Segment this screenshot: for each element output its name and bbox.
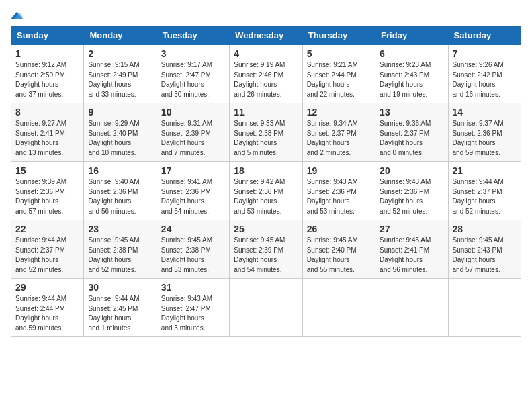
day-info: Sunrise: 9:43 AMSunset: 2:36 PMDaylight … (380, 178, 431, 215)
day-info: Sunrise: 9:45 AMSunset: 2:40 PMDaylight … (307, 236, 358, 273)
day-number: 25 (234, 224, 298, 234)
day-info: Sunrise: 9:45 AMSunset: 2:39 PMDaylight … (234, 236, 285, 273)
day-number: 17 (161, 165, 225, 176)
calendar-cell: 27Sunrise: 9:45 AMSunset: 2:41 PMDayligh… (375, 220, 448, 279)
calendar-cell: 5Sunrise: 9:21 AMSunset: 2:44 PMDaylight… (302, 45, 375, 103)
day-info: Sunrise: 9:45 AMSunset: 2:38 PMDaylight … (88, 236, 139, 273)
page-header (11, 11, 521, 20)
day-info: Sunrise: 9:27 AMSunset: 2:41 PMDaylight … (15, 120, 66, 156)
day-info: Sunrise: 9:40 AMSunset: 2:36 PMDaylight … (88, 178, 139, 215)
calendar-cell (230, 279, 302, 337)
day-number: 1 (15, 48, 79, 59)
logo-icon (11, 11, 23, 20)
day-number: 8 (15, 107, 79, 118)
day-info: Sunrise: 9:44 AMSunset: 2:45 PMDaylight … (88, 295, 139, 332)
day-number: 18 (234, 165, 298, 176)
day-number: 13 (380, 107, 443, 118)
calendar-cell: 3Sunrise: 9:17 AMSunset: 2:47 PMDaylight… (157, 45, 229, 103)
calendar-cell: 20Sunrise: 9:43 AMSunset: 2:36 PMDayligh… (375, 162, 448, 220)
calendar-cell: 26Sunrise: 9:45 AMSunset: 2:40 PMDayligh… (302, 220, 375, 279)
day-info: Sunrise: 9:23 AMSunset: 2:43 PMDaylight … (380, 61, 431, 98)
day-info: Sunrise: 9:33 AMSunset: 2:38 PMDaylight … (234, 120, 285, 156)
calendar-cell: 25Sunrise: 9:45 AMSunset: 2:39 PMDayligh… (230, 220, 302, 279)
calendar-cell: 11Sunrise: 9:33 AMSunset: 2:38 PMDayligh… (230, 103, 302, 162)
day-info: Sunrise: 9:42 AMSunset: 2:36 PMDaylight … (234, 178, 285, 215)
calendar-cell: 9Sunrise: 9:29 AMSunset: 2:40 PMDaylight… (84, 103, 157, 162)
calendar-cell: 17Sunrise: 9:41 AMSunset: 2:36 PMDayligh… (157, 162, 229, 220)
day-number: 9 (88, 107, 152, 118)
calendar-week-3: 15Sunrise: 9:39 AMSunset: 2:36 PMDayligh… (11, 162, 521, 220)
day-info: Sunrise: 9:43 AMSunset: 2:36 PMDaylight … (307, 178, 358, 215)
calendar-header-sunday: Sunday (11, 26, 84, 45)
day-number: 20 (380, 165, 443, 176)
calendar-header-row: SundayMondayTuesdayWednesdayThursdayFrid… (11, 26, 521, 45)
day-info: Sunrise: 9:39 AMSunset: 2:36 PMDaylight … (15, 178, 66, 215)
day-info: Sunrise: 9:34 AMSunset: 2:37 PMDaylight … (307, 120, 358, 156)
day-number: 6 (380, 48, 443, 59)
day-number: 3 (161, 48, 225, 59)
calendar-cell: 30Sunrise: 9:44 AMSunset: 2:45 PMDayligh… (84, 279, 157, 337)
day-number: 28 (453, 224, 517, 234)
day-number: 14 (453, 107, 517, 118)
day-number: 11 (234, 107, 298, 118)
calendar-header-saturday: Saturday (448, 26, 521, 45)
calendar-cell: 21Sunrise: 9:44 AMSunset: 2:37 PMDayligh… (448, 162, 521, 220)
calendar-week-5: 29Sunrise: 9:44 AMSunset: 2:44 PMDayligh… (11, 279, 521, 337)
day-info: Sunrise: 9:15 AMSunset: 2:49 PMDaylight … (88, 61, 139, 98)
day-number: 31 (161, 282, 225, 293)
logo (11, 11, 24, 20)
calendar-cell: 10Sunrise: 9:31 AMSunset: 2:39 PMDayligh… (157, 103, 229, 162)
calendar-cell: 24Sunrise: 9:45 AMSunset: 2:38 PMDayligh… (157, 220, 229, 279)
calendar-cell (302, 279, 375, 337)
calendar-cell: 15Sunrise: 9:39 AMSunset: 2:36 PMDayligh… (11, 162, 84, 220)
calendar-cell: 13Sunrise: 9:36 AMSunset: 2:37 PMDayligh… (375, 103, 448, 162)
day-info: Sunrise: 9:45 AMSunset: 2:38 PMDaylight … (161, 236, 212, 273)
day-number: 22 (15, 224, 79, 234)
calendar-week-2: 8Sunrise: 9:27 AMSunset: 2:41 PMDaylight… (11, 103, 521, 162)
day-info: Sunrise: 9:26 AMSunset: 2:42 PMDaylight … (453, 61, 504, 98)
day-info: Sunrise: 9:45 AMSunset: 2:43 PMDaylight … (453, 236, 504, 273)
day-number: 10 (161, 107, 225, 118)
day-info: Sunrise: 9:12 AMSunset: 2:50 PMDaylight … (15, 61, 66, 98)
calendar-header-thursday: Thursday (302, 26, 375, 45)
day-info: Sunrise: 9:19 AMSunset: 2:46 PMDaylight … (234, 61, 285, 98)
day-number: 30 (88, 282, 152, 293)
calendar-cell: 18Sunrise: 9:42 AMSunset: 2:36 PMDayligh… (230, 162, 302, 220)
calendar-cell: 2Sunrise: 9:15 AMSunset: 2:49 PMDaylight… (84, 45, 157, 103)
day-info: Sunrise: 9:37 AMSunset: 2:36 PMDaylight … (453, 120, 504, 156)
day-info: Sunrise: 9:21 AMSunset: 2:44 PMDaylight … (307, 61, 358, 98)
calendar-cell: 23Sunrise: 9:45 AMSunset: 2:38 PMDayligh… (84, 220, 157, 279)
day-number: 24 (161, 224, 225, 234)
calendar-cell: 28Sunrise: 9:45 AMSunset: 2:43 PMDayligh… (448, 220, 521, 279)
calendar-body: 1Sunrise: 9:12 AMSunset: 2:50 PMDaylight… (11, 45, 521, 337)
day-number: 15 (15, 165, 79, 176)
day-number: 5 (307, 48, 371, 59)
calendar-cell: 12Sunrise: 9:34 AMSunset: 2:37 PMDayligh… (302, 103, 375, 162)
day-info: Sunrise: 9:17 AMSunset: 2:47 PMDaylight … (161, 61, 212, 98)
calendar-cell (375, 279, 448, 337)
day-number: 2 (88, 48, 152, 59)
day-number: 16 (88, 165, 152, 176)
day-info: Sunrise: 9:41 AMSunset: 2:36 PMDaylight … (161, 178, 212, 215)
day-number: 29 (15, 282, 79, 293)
calendar-cell: 29Sunrise: 9:44 AMSunset: 2:44 PMDayligh… (11, 279, 84, 337)
calendar-cell: 19Sunrise: 9:43 AMSunset: 2:36 PMDayligh… (302, 162, 375, 220)
day-info: Sunrise: 9:36 AMSunset: 2:37 PMDaylight … (380, 120, 431, 156)
calendar-cell: 14Sunrise: 9:37 AMSunset: 2:36 PMDayligh… (448, 103, 521, 162)
calendar-cell: 6Sunrise: 9:23 AMSunset: 2:43 PMDaylight… (375, 45, 448, 103)
day-number: 19 (307, 165, 371, 176)
calendar-cell (448, 279, 521, 337)
calendar-week-1: 1Sunrise: 9:12 AMSunset: 2:50 PMDaylight… (11, 45, 521, 103)
day-info: Sunrise: 9:44 AMSunset: 2:37 PMDaylight … (453, 178, 504, 215)
day-number: 4 (234, 48, 298, 59)
calendar-header-wednesday: Wednesday (230, 26, 302, 45)
calendar-cell: 4Sunrise: 9:19 AMSunset: 2:46 PMDaylight… (230, 45, 302, 103)
day-info: Sunrise: 9:45 AMSunset: 2:41 PMDaylight … (380, 236, 431, 273)
calendar: SundayMondayTuesdayWednesdayThursdayFrid… (11, 26, 521, 337)
day-info: Sunrise: 9:29 AMSunset: 2:40 PMDaylight … (88, 120, 139, 156)
calendar-cell: 1Sunrise: 9:12 AMSunset: 2:50 PMDaylight… (11, 45, 84, 103)
calendar-week-4: 22Sunrise: 9:44 AMSunset: 2:37 PMDayligh… (11, 220, 521, 279)
calendar-cell: 8Sunrise: 9:27 AMSunset: 2:41 PMDaylight… (11, 103, 84, 162)
day-number: 12 (307, 107, 371, 118)
calendar-cell: 22Sunrise: 9:44 AMSunset: 2:37 PMDayligh… (11, 220, 84, 279)
